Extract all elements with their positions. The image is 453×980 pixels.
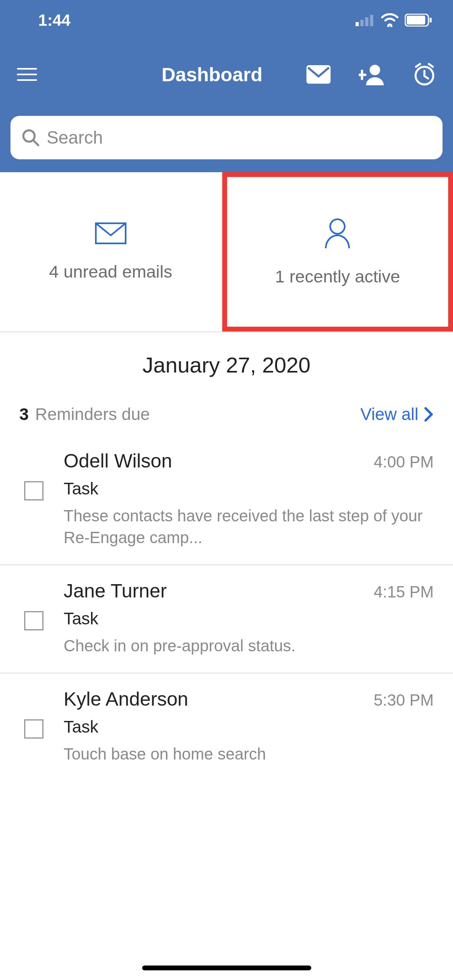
mail-icon[interactable]	[306, 65, 331, 84]
reminder-desc: These contacts have received the last st…	[64, 505, 434, 548]
reminders-count: 3	[19, 405, 29, 424]
svg-rect-6	[430, 18, 432, 23]
reminder-name: Odell Wilson	[64, 450, 172, 472]
reminder-checkbox[interactable]	[24, 611, 43, 630]
unread-emails-label: 4 unread emails	[49, 262, 172, 282]
summary-cards: 4 unread emails 1 recently active	[0, 172, 453, 332]
app-header: Dashboard	[0, 40, 453, 109]
svg-rect-1	[360, 20, 364, 26]
reminder-type: Task	[64, 479, 434, 498]
view-all-label: View all	[360, 405, 418, 424]
battery-icon	[405, 14, 433, 27]
svg-point-8	[370, 65, 380, 75]
alarm-icon[interactable]	[413, 63, 436, 86]
reminder-time: 4:15 PM	[374, 583, 434, 601]
reminder-item[interactable]: Kyle Anderson 5:30 PM Task Touch base on…	[0, 673, 453, 781]
search-box[interactable]	[10, 116, 443, 159]
person-icon	[323, 218, 352, 249]
page-title: Dashboard	[118, 64, 306, 86]
reminder-item[interactable]: Odell Wilson 4:00 PM Task These contacts…	[0, 435, 453, 565]
svg-point-13	[330, 219, 345, 234]
reminder-item[interactable]: Jane Turner 4:15 PM Task Check in on pre…	[0, 565, 453, 673]
reminder-checkbox[interactable]	[24, 719, 43, 739]
chevron-right-icon	[424, 407, 434, 422]
recently-active-card[interactable]: 1 recently active	[222, 172, 453, 331]
home-indicator[interactable]	[142, 966, 311, 970]
reminder-time: 4:00 PM	[374, 453, 434, 471]
date-heading: January 27, 2020	[0, 332, 453, 393]
svg-rect-7	[306, 65, 331, 84]
view-all-link[interactable]: View all	[360, 405, 434, 424]
reminder-type: Task	[64, 609, 434, 628]
wifi-icon	[381, 13, 399, 27]
reminder-time: 5:30 PM	[374, 691, 434, 709]
menu-button[interactable]	[17, 68, 37, 81]
search-icon	[22, 129, 39, 146]
reminder-desc: Touch base on home search	[64, 743, 434, 765]
status-time: 1:44	[20, 11, 70, 29]
status-bar: 1:44	[0, 0, 453, 40]
svg-rect-2	[365, 17, 368, 26]
cellular-icon	[356, 14, 375, 26]
add-person-icon[interactable]	[359, 64, 385, 85]
envelope-icon	[95, 222, 126, 244]
reminder-desc: Check in on pre-approval status.	[64, 635, 434, 657]
recently-active-label: 1 recently active	[275, 267, 400, 286]
status-icons	[356, 13, 433, 27]
svg-rect-3	[370, 15, 373, 26]
reminders-header: 3 Reminders due View all	[0, 393, 453, 435]
search-wrap	[0, 109, 453, 172]
svg-line-11	[33, 140, 38, 145]
reminder-name: Kyle Anderson	[64, 688, 188, 710]
svg-rect-0	[356, 22, 359, 26]
reminders-label: Reminders due	[35, 405, 360, 424]
reminder-list: Odell Wilson 4:00 PM Task These contacts…	[0, 435, 453, 781]
search-input[interactable]	[47, 128, 431, 148]
reminder-checkbox[interactable]	[24, 481, 43, 500]
reminder-type: Task	[64, 717, 434, 737]
svg-rect-5	[407, 16, 425, 25]
reminder-name: Jane Turner	[64, 580, 167, 602]
unread-emails-card[interactable]: 4 unread emails	[0, 172, 222, 331]
